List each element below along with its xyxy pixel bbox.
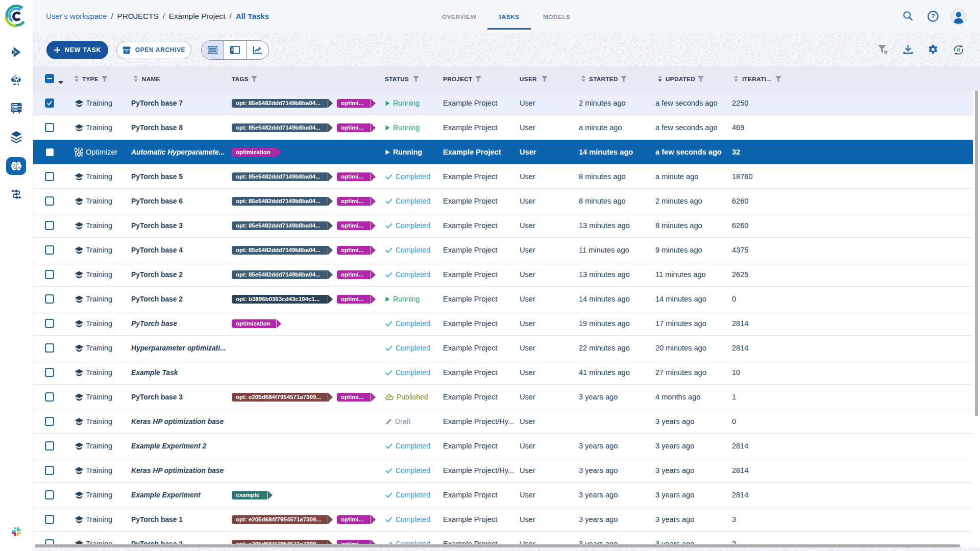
svg-text:?: ? — [931, 13, 935, 20]
